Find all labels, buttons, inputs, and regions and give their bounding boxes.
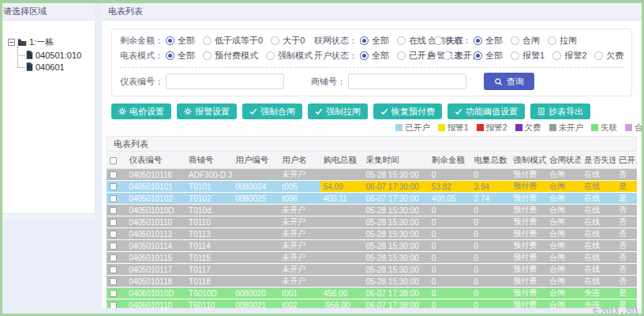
radio-unselected-icon[interactable] (443, 51, 451, 60)
row-checkbox[interactable] (110, 195, 117, 202)
tree-node-label[interactable]: 040501:010 (36, 51, 81, 60)
row-checkbox[interactable] (110, 183, 117, 190)
row-checkbox[interactable] (110, 278, 117, 285)
table-row[interactable]: 0406010110T601100080021t002-956.0006-07 … (107, 299, 637, 309)
shop-no-input[interactable] (348, 73, 466, 89)
search-button[interactable]: 查询 (484, 73, 534, 90)
toolbar-button[interactable]: 功能阈值设置 (447, 103, 525, 119)
table-cell: 05-28 15:30:00 (363, 240, 429, 252)
row-checkbox[interactable] (110, 219, 117, 226)
table-cell: 0080025 (232, 193, 279, 205)
radio-selected-icon[interactable] (166, 36, 174, 45)
radio-selected-icon[interactable] (166, 51, 174, 60)
row-checkbox[interactable] (110, 243, 117, 250)
table-row[interactable]: 0405010110T0110未开户05-28 15:30:0000预付费合闸在… (107, 216, 637, 228)
radio-option[interactable]: 全部 (360, 35, 389, 47)
table-cell: 06-07 17:30:00 (363, 181, 429, 193)
radio-option[interactable]: 拉闸 (548, 35, 577, 47)
tree-node-label[interactable]: 040601 (36, 62, 65, 72)
table-cell: 0405010110 (125, 216, 185, 228)
radio-selected-icon[interactable] (474, 36, 482, 45)
table-cell: 05-28 15:30:00 (363, 276, 429, 288)
radio-option[interactable]: 在线 (397, 35, 426, 47)
table-cell: 05-28 15:30:00 (363, 216, 429, 228)
radio-unselected-icon[interactable] (271, 36, 279, 45)
row-checkbox[interactable] (110, 290, 117, 297)
radio-option[interactable]: 预付费模式 (203, 50, 258, 62)
radio-unselected-icon[interactable] (434, 36, 443, 45)
table-cell: 在线 (581, 240, 616, 252)
radio-unselected-icon[interactable] (594, 51, 603, 60)
meter-no-input[interactable] (166, 73, 284, 89)
doc-icon (537, 107, 545, 115)
column-header: 用户名 (279, 152, 320, 169)
select-all-checkbox[interactable] (110, 157, 117, 164)
tree-collapse-icon[interactable] (8, 39, 15, 46)
radio-option[interactable]: 合闸 (511, 35, 540, 47)
radio-unselected-icon[interactable] (397, 51, 406, 60)
radio-option[interactable]: 全部 (166, 35, 195, 47)
radio-option[interactable]: 欠费 (594, 50, 623, 62)
tree-node-root[interactable]: 1:一栋 (8, 36, 92, 48)
radio-option[interactable]: 全部 (166, 50, 195, 62)
column-header: 用户编号 (232, 152, 279, 169)
table-row[interactable]: 0405010113T0113未开户05-28 15:30:0000预付费合闸在… (107, 228, 637, 240)
toolbar-button[interactable]: 恢复预付费 (373, 103, 442, 119)
radio-unselected-icon[interactable] (511, 51, 519, 60)
row-checkbox[interactable] (110, 207, 117, 214)
radio-unselected-icon[interactable] (548, 36, 556, 45)
toolbar-button[interactable]: 抄表导出 (530, 103, 590, 119)
row-checkbox[interactable] (110, 302, 117, 308)
table-cell (232, 169, 279, 181)
check-icon (249, 107, 257, 115)
table-row[interactable]: 0405010114T0114未开户05-28 15:30:0000预付费合闸在… (107, 240, 637, 252)
radio-unselected-icon[interactable] (552, 51, 561, 60)
radio-option[interactable]: 低于或等于0 (203, 35, 263, 47)
table-cell: 3.94 (471, 181, 511, 193)
table-row[interactable]: 040601010DT6010D0080020t001456.0006-07 1… (107, 288, 637, 299)
radio-selected-icon[interactable] (360, 36, 369, 45)
radio-option[interactable]: 强制模式 (266, 50, 313, 62)
table-cell: 未开户 (279, 240, 320, 252)
row-checkbox[interactable] (110, 266, 117, 273)
radio-selected-icon[interactable] (360, 51, 369, 60)
table-row[interactable]: 0405010115T0115未开户05-28 15:30:0000预付费合闸在… (107, 252, 637, 264)
radio-option-label: 全部 (485, 35, 503, 47)
radio-option[interactable]: 报警1 (511, 50, 545, 62)
radio-unselected-icon[interactable] (203, 51, 212, 60)
toolbar-button[interactable]: 强制拉闸 (308, 103, 368, 119)
table-cell: 54.09 (320, 181, 363, 193)
toolbar-button[interactable]: 强制合闸 (242, 103, 302, 119)
table-cell: 否 (616, 169, 637, 181)
radio-option[interactable]: 大于0 (271, 35, 305, 47)
table-row[interactable]: 0405010118T0118未开户05-28 15:30:0000预付费合闸在… (107, 276, 637, 288)
table-row[interactable]: 0405010102T01020080025t006400.1106-07 17… (107, 193, 637, 205)
filter-group: 电表模式：全部预付费模式强制模式 (120, 50, 314, 62)
radio-option[interactable]: 报警2 (552, 50, 586, 62)
legend-item: 合闸 (625, 122, 642, 134)
radio-unselected-icon[interactable] (397, 36, 406, 45)
table-row[interactable]: 0405010101T01010080024t00554.0906-07 17:… (107, 181, 637, 193)
table-row[interactable]: 0405010117T0117未开户05-28 15:30:0000预付费合闸在… (107, 264, 637, 276)
radio-option[interactable]: 全部 (474, 50, 503, 62)
row-checkbox[interactable] (110, 171, 117, 179)
toolbar-button[interactable]: 报警设置 (177, 103, 237, 119)
radio-unselected-icon[interactable] (266, 51, 275, 60)
row-checkbox[interactable] (110, 231, 117, 238)
radio-selected-icon[interactable] (474, 51, 482, 60)
toolbar-button[interactable]: 电价设置 (111, 103, 171, 119)
tree-node-label[interactable]: 1:一栋 (29, 36, 54, 48)
table-row[interactable]: 0405010116ADF300-D 3未开户05-28 15:30:0000预… (107, 169, 637, 181)
radio-option[interactable]: 全部 (360, 50, 389, 62)
main-panel: 电表列表 剩余金额：全部低于或等于0大于0联网状态：全部在线失联合闸状态：全部合… (102, 3, 642, 308)
radio-unselected-icon[interactable] (203, 36, 212, 45)
table-row[interactable]: 040501010DT010d未开户05-28 15:30:0000预付费合闸在… (107, 205, 637, 216)
table-cell (232, 228, 279, 240)
radio-unselected-icon[interactable] (511, 36, 519, 45)
tree-node-leaf[interactable]: 040601 (17, 61, 92, 73)
row-checkbox[interactable] (110, 254, 117, 261)
toolbar: 电价设置报警设置强制合闸强制拉闸恢复预付费功能阈值设置抄表导出 (111, 103, 632, 119)
radio-option[interactable]: 全部 (474, 35, 503, 47)
tree-node-leaf[interactable]: 040501:010 (17, 49, 92, 61)
select-all-header-cell (107, 152, 125, 169)
